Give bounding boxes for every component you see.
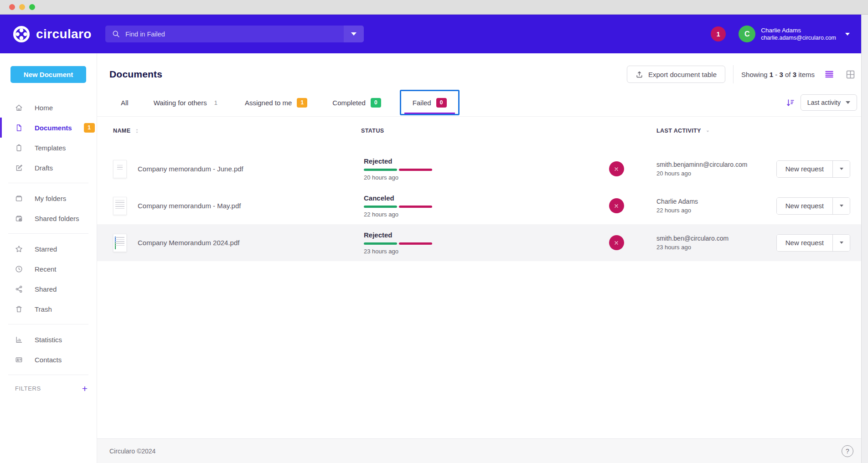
activity-time: 22 hours ago bbox=[656, 207, 770, 214]
sidebar-item-label: Shared bbox=[35, 285, 57, 293]
failed-x-icon[interactable] bbox=[609, 161, 624, 176]
row-actions-cell: New request bbox=[770, 197, 850, 215]
chevron-down-icon bbox=[351, 32, 356, 36]
chevron-down-icon bbox=[840, 168, 843, 170]
minimize-window-button[interactable] bbox=[19, 4, 25, 10]
sidebar-item-my-folders[interactable]: My folders bbox=[0, 188, 97, 208]
sidebar-item-trash[interactable]: Trash bbox=[0, 299, 97, 319]
new-document-button[interactable]: New Document bbox=[10, 66, 86, 83]
drafts-icon bbox=[15, 164, 23, 172]
sort-down-icon bbox=[705, 128, 711, 134]
document-tabs: AllWaiting for others1Assigned to me1Com… bbox=[109, 89, 455, 116]
filters-label: FILTERS bbox=[15, 385, 41, 392]
sort-descending-icon[interactable] bbox=[786, 98, 795, 107]
sidebar-item-drafts[interactable]: Drafts bbox=[0, 158, 97, 178]
tab-failed[interactable]: Failed0 bbox=[400, 90, 460, 115]
document-icon bbox=[15, 124, 23, 132]
column-header-last-activity[interactable]: LAST ACTIVITY bbox=[635, 128, 770, 134]
app-window: circularo 1 C Charlie Adams charlie.adam… bbox=[0, 0, 868, 463]
macos-titlebar bbox=[0, 0, 868, 15]
last-activity-cell: smith.ben@circularo.com23 hours ago bbox=[635, 235, 770, 251]
search-icon bbox=[112, 30, 120, 38]
home-icon bbox=[15, 104, 23, 112]
progress-segment-crimson bbox=[399, 206, 432, 208]
new-request-button[interactable]: New request bbox=[777, 235, 832, 251]
tab-all[interactable]: All bbox=[119, 89, 130, 116]
status-label: Canceled bbox=[364, 194, 598, 202]
brand-logo[interactable]: circularo bbox=[13, 26, 92, 43]
status-time: 23 hours ago bbox=[364, 248, 598, 255]
sort-by-dropdown[interactable]: Last activity bbox=[801, 94, 857, 111]
app-footer: Circularo ©2024 ? bbox=[97, 438, 868, 463]
export-document-table-button[interactable]: Export document table bbox=[627, 66, 725, 83]
sidebar-item-templates[interactable]: Templates bbox=[0, 138, 97, 158]
search-scope-dropdown[interactable] bbox=[344, 26, 364, 42]
list-view-button[interactable] bbox=[822, 68, 836, 81]
status-cell: Rejected20 hours ago bbox=[361, 157, 598, 181]
failed-x-icon[interactable] bbox=[609, 235, 624, 250]
search-bar[interactable] bbox=[105, 26, 364, 42]
close-window-button[interactable] bbox=[9, 4, 15, 10]
sidebar-item-statistics[interactable]: Statistics bbox=[0, 329, 97, 350]
activity-user: Charlie Adams bbox=[656, 198, 770, 205]
tab-waiting-for-others[interactable]: Waiting for others1 bbox=[152, 89, 222, 116]
showing-count: Showing 1 - 3 of 3 items bbox=[741, 71, 815, 78]
search-input[interactable] bbox=[125, 26, 344, 42]
sidebar-item-label: My folders bbox=[35, 195, 66, 202]
sidebar-item-contacts[interactable]: Contacts bbox=[0, 350, 97, 370]
table-row[interactable]: Company Memorandum 2024.pdfRejected23 ho… bbox=[97, 224, 868, 261]
help-button[interactable]: ? bbox=[842, 445, 853, 457]
row-actions-cell: New request bbox=[770, 234, 850, 252]
sidebar-item-starred[interactable]: Starred bbox=[0, 239, 97, 259]
column-header-status[interactable]: STATUS bbox=[361, 128, 598, 134]
activity-user: smith.benjaminn@circularo.com bbox=[656, 161, 770, 168]
templates-icon bbox=[15, 144, 23, 152]
new-request-button[interactable]: New request bbox=[777, 161, 832, 177]
progress-segment-crimson bbox=[399, 242, 432, 245]
copyright-text: Circularo ©2024 bbox=[109, 448, 155, 455]
scrollbar-track[interactable] bbox=[861, 15, 868, 463]
document-name: Company Memorandum 2024.pdf bbox=[138, 239, 239, 247]
table-header-row: NAME STATUS LAST ACTIVITY bbox=[97, 121, 868, 140]
user-menu[interactable]: C Charlie Adams charlie.adams@circularo.… bbox=[739, 26, 850, 42]
failed-x-icon[interactable] bbox=[609, 198, 624, 213]
table-row[interactable]: Company memorandum - May.pdfCanceled22 h… bbox=[97, 187, 868, 224]
sidebar-item-home[interactable]: Home bbox=[0, 98, 97, 118]
document-name-cell[interactable]: Company memorandum - June.pdf bbox=[109, 160, 361, 178]
grid-view-button[interactable] bbox=[844, 68, 857, 81]
document-table: Company memorandum - June.pdfRejected20 … bbox=[97, 150, 868, 261]
sidebar-item-documents[interactable]: Documents1 bbox=[0, 118, 97, 138]
progress-segment-green bbox=[364, 206, 397, 208]
sidebar-divider bbox=[8, 183, 88, 183]
new-request-button[interactable]: New request bbox=[777, 198, 832, 214]
column-header-name[interactable]: NAME bbox=[109, 128, 361, 134]
tab-count-badge: 1 bbox=[297, 98, 307, 108]
new-request-dropdown-button[interactable] bbox=[832, 198, 850, 214]
sidebar-item-shared[interactable]: Shared bbox=[0, 279, 97, 299]
tab-completed[interactable]: Completed0 bbox=[331, 89, 383, 116]
sort-by-label: Last activity bbox=[807, 99, 841, 106]
sidebar-item-label: Documents bbox=[35, 124, 72, 132]
document-name-cell[interactable]: Company memorandum - May.pdf bbox=[109, 197, 361, 215]
tab-assigned-to-me[interactable]: Assigned to me1 bbox=[243, 89, 309, 116]
add-filter-button[interactable]: + bbox=[82, 384, 88, 393]
notifications-badge[interactable]: 1 bbox=[711, 26, 726, 41]
document-name-cell[interactable]: Company Memorandum 2024.pdf bbox=[109, 234, 361, 252]
fullscreen-window-button[interactable] bbox=[29, 4, 35, 10]
status-cell: Rejected23 hours ago bbox=[361, 231, 598, 255]
new-request-button-group: New request bbox=[776, 234, 850, 252]
sidebar-divider bbox=[8, 375, 88, 375]
page-title: Documents bbox=[109, 69, 162, 80]
new-request-button-group: New request bbox=[776, 160, 850, 178]
status-time: 22 hours ago bbox=[364, 211, 598, 218]
new-request-dropdown-button[interactable] bbox=[832, 161, 850, 177]
status-label: Rejected bbox=[364, 157, 598, 165]
sidebar-nav: HomeDocuments1TemplatesDraftsMy foldersS… bbox=[0, 98, 97, 375]
sidebar-item-label: Contacts bbox=[35, 356, 62, 364]
sidebar-item-recent[interactable]: Recent bbox=[0, 259, 97, 279]
new-request-dropdown-button[interactable] bbox=[832, 235, 850, 251]
progress-segment-green bbox=[364, 169, 397, 171]
sidebar-item-shared-folders[interactable]: Shared folders bbox=[0, 208, 97, 228]
table-row[interactable]: Company memorandum - June.pdfRejected20 … bbox=[97, 150, 868, 187]
tab-label: Waiting for others bbox=[154, 99, 207, 107]
